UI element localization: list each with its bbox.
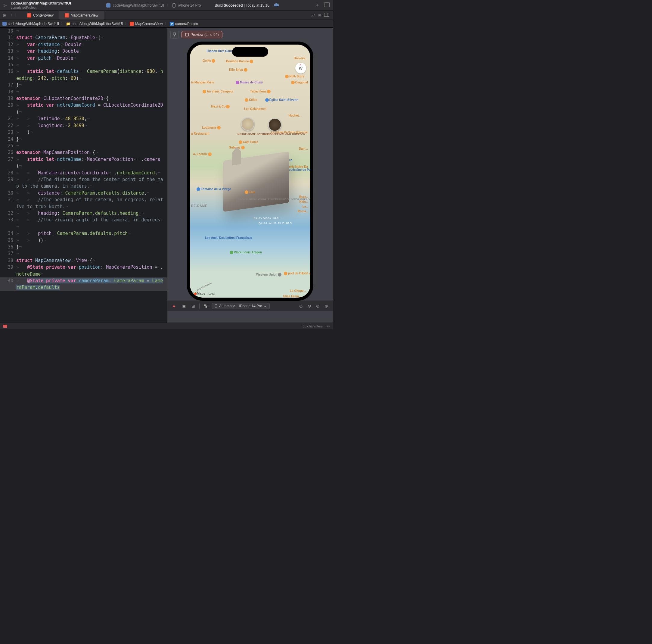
scheme-name[interactable]: codeAlongWithMapKitforSwiftUI xyxy=(113,3,164,7)
svg-rect-7 xyxy=(185,33,188,36)
map-poi[interactable]: Roma... xyxy=(298,210,308,213)
map-poi[interactable]: Huchet... xyxy=(289,114,301,117)
line-number: 35 xyxy=(0,237,16,244)
selectable-preview-button[interactable]: ▣ xyxy=(180,303,187,310)
map-poi[interactable]: Les Galandines xyxy=(244,107,266,110)
jumpbar-file[interactable]: MapCameraView xyxy=(130,22,163,26)
variants-button[interactable]: ⊞ xyxy=(190,303,197,310)
map-poi[interactable]: port de l'Hôtel de-Ville xyxy=(283,272,307,275)
map-poi[interactable]: Kōkio xyxy=(244,98,257,102)
svg-point-0 xyxy=(4,4,5,5)
map-poi[interactable]: Au Vieux Campeur xyxy=(202,90,234,94)
map-poi[interactable]: Mexi & Co xyxy=(211,105,230,108)
map-poi[interactable]: Les Amis Des Lettres Françaises xyxy=(205,236,229,239)
device-selector[interactable]: Automatic – iPhone 14 Pro ⌄ xyxy=(212,303,270,309)
maps-legal-link[interactable]: Legal xyxy=(208,292,215,295)
map-poi[interactable]: A. Lacroix xyxy=(193,152,212,156)
map-poi[interactable]: a Restaurant xyxy=(191,132,210,135)
jumpbar-symbol[interactable]: P cameraParam xyxy=(170,22,198,26)
line-number: 25 xyxy=(0,143,16,149)
map-poi[interactable]: Tabac Ilona xyxy=(250,90,271,94)
map-poi[interactable]: Dam... xyxy=(299,147,308,150)
library-icon[interactable] xyxy=(324,2,330,8)
map-poi-shakespeare-icon[interactable] xyxy=(268,118,281,131)
map-poi[interactable]: Place Louis Aragon xyxy=(229,251,250,254)
map-poi-notredame-icon[interactable] xyxy=(241,118,254,131)
adjust-editor-icon[interactable]: ⇄ xyxy=(311,12,315,18)
line-number: 10 xyxy=(0,28,16,34)
tab-mapcameraview[interactable]: MapCameraView xyxy=(59,11,104,20)
map-poi[interactable]: Musée de Cluny xyxy=(235,81,263,84)
phone-device-frame: ▴W Trianon Rive Gauche Goiko Bouillon Ra… xyxy=(187,42,314,301)
jump-bar[interactable]: codeAlongWithMapKitforSwiftUI 〉 📁 codeAl… xyxy=(0,20,333,28)
map-poi[interactable]: Diagonal xyxy=(291,81,308,84)
related-items-icon[interactable]: ⊞ xyxy=(3,13,7,18)
map-poi[interactable]: Bure... xyxy=(299,195,308,199)
map-poi[interactable]: Kilo Shop xyxy=(229,68,248,72)
map-poi[interactable]: La Crème De Paris Notre-dar xyxy=(271,131,308,134)
svg-point-10 xyxy=(205,305,206,306)
property-icon: P xyxy=(170,22,174,26)
map-poi[interactable]: La... xyxy=(302,205,308,208)
nav-back-icon[interactable]: 〈 xyxy=(8,12,12,18)
swift-file-icon xyxy=(27,13,31,18)
map-poi[interactable]: Natu... xyxy=(299,200,308,203)
map-poi[interactable]: Église Saint-Séverin xyxy=(265,98,298,102)
map-poi[interactable]: Univers... xyxy=(294,57,307,60)
map-poi[interactable]: ie Mangas Paris xyxy=(191,81,214,84)
tab-nav: ⊞ 〈 〉 xyxy=(0,11,22,20)
map-poi[interactable]: Trianon Rive Gauche xyxy=(206,49,236,53)
chevron-right-icon: 〉 xyxy=(61,21,64,26)
error-indicator[interactable] xyxy=(3,325,7,328)
zoom-actual-button[interactable]: ⊙ xyxy=(306,303,313,310)
line-number: 40 xyxy=(0,277,16,284)
map-poi[interactable]: Enm xyxy=(244,190,255,194)
project-subtitle: completedProject xyxy=(11,6,71,9)
zoom-in-button[interactable]: ⊕ xyxy=(323,303,330,310)
map-poi[interactable]: Bouillon Racine xyxy=(226,60,254,63)
map-compass[interactable]: ▴W xyxy=(295,63,306,74)
source-editor[interactable]: 10¬ 11struct·CameraParam:·Equatable·{¬ 1… xyxy=(0,28,167,323)
scheme-app-icon[interactable] xyxy=(106,3,110,7)
map-poi[interactable]: Elias Hram... xyxy=(283,294,301,298)
pin-preview-button[interactable] xyxy=(170,31,179,38)
map-poi[interactable]: Fontaine de la Vierge xyxy=(196,187,217,191)
build-status[interactable]: Build Succeeded | Today at 15:10 xyxy=(215,3,269,7)
preview-canvas: Preview (Line 94) ▴W Trianon Rive Gauche… xyxy=(167,28,333,323)
phone-screen[interactable]: ▴W Trianon Rive Gauche Goiko Bouillon Ra… xyxy=(190,45,310,298)
canvas-toggle-icon[interactable] xyxy=(324,12,329,18)
tab-label: MapCameraView xyxy=(71,13,99,18)
selection-character-count: 66 characters xyxy=(302,325,323,328)
nav-forward-icon[interactable]: 〉 xyxy=(15,12,19,18)
line-number: 12 xyxy=(0,41,16,48)
device-name[interactable]: iPhone 14 Pro xyxy=(178,3,201,7)
map-poi[interactable]: Western Union xyxy=(256,273,282,277)
cloud-icon[interactable] xyxy=(274,3,280,8)
map-poi[interactable]: ECOLE INTERNATIONALE SUPERIEURE DE POESI… xyxy=(240,198,282,201)
source-control-icon[interactable] xyxy=(3,3,7,7)
line-number: 23 xyxy=(0,129,16,135)
zoom-out-button[interactable]: ⊖ xyxy=(297,303,305,310)
line-number: 36 xyxy=(0,244,16,250)
line-number: 29 xyxy=(0,176,16,183)
map-poi[interactable]: Café Panis xyxy=(238,140,258,144)
zoom-fit-button[interactable]: ⊕ xyxy=(314,303,322,310)
line-number: 27 xyxy=(0,156,16,163)
device-icon[interactable] xyxy=(172,3,175,7)
map-district-label: RE-DAME xyxy=(191,204,208,208)
jumpbar-folder[interactable]: 📁 codeAlongWithMapKitforSwiftUI xyxy=(66,22,123,26)
tab-contentview[interactable]: ContentView xyxy=(22,11,59,20)
device-settings-button[interactable] xyxy=(202,303,209,310)
add-tab-icon[interactable]: ＋ xyxy=(315,2,320,8)
editor-options-icon[interactable]: ≡ xyxy=(318,12,321,18)
map-poi[interactable]: La Chope... xyxy=(290,289,306,292)
preview-error-pill[interactable]: Preview (Line 94) xyxy=(181,31,222,38)
map-poi[interactable]: Loubnane xyxy=(202,126,221,130)
dynamic-island xyxy=(232,47,268,57)
jumpbar-project[interactable]: codeAlongWithMapKitforSwiftUI xyxy=(2,22,59,26)
map-street-label: QUAI-AUX-FLEURS xyxy=(259,222,292,225)
map-poi[interactable]: Goiko xyxy=(202,59,216,63)
map-poi[interactable]: NBA Store xyxy=(284,75,304,78)
live-preview-button[interactable]: ● xyxy=(170,303,178,310)
status-bar-icon[interactable]: ▭ xyxy=(327,324,330,328)
